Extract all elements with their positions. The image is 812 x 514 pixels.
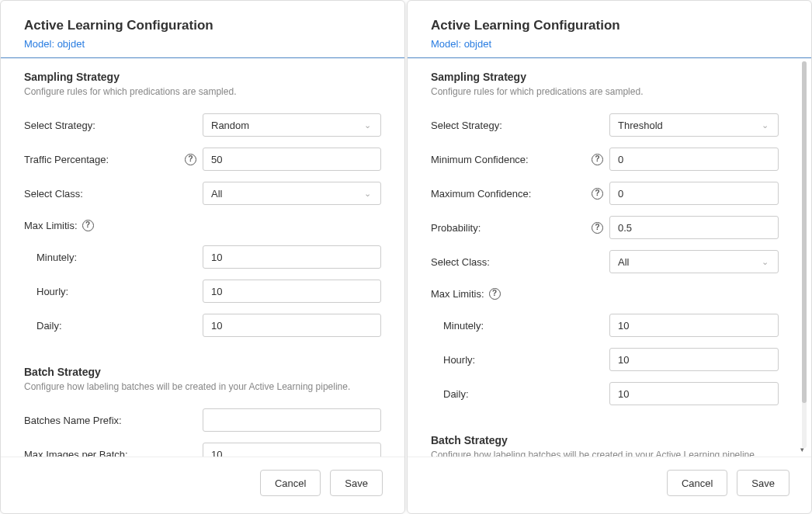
select-strategy-value: Threshold: [618, 120, 663, 131]
prefix-input[interactable]: [203, 408, 381, 432]
chevron-down-icon: ⌄: [364, 189, 371, 199]
chevron-down-icon: ⌄: [762, 120, 769, 130]
traffic-input[interactable]: [203, 148, 381, 171]
save-button[interactable]: Save: [737, 470, 789, 496]
daily-label: Daily:: [443, 388, 469, 400]
minutely-label: Minutely:: [36, 252, 77, 263]
config-panel-threshold: Active Learning Configuration Model: obj…: [407, 0, 812, 514]
select-class-dropdown[interactable]: All ⌄: [609, 250, 779, 273]
max-limits-label: Max Limitis:: [431, 288, 484, 300]
prefix-label: Batches Name Prefix:: [24, 415, 122, 426]
daily-label: Daily:: [36, 320, 62, 332]
batch-sub: Configure how labeling batches will be c…: [431, 450, 779, 457]
panel-footer: Cancel Save: [408, 457, 811, 513]
page-title: Active Learning Configuration: [24, 18, 381, 33]
hourly-label: Hourly:: [36, 286, 68, 297]
hourly-label: Hourly:: [443, 354, 475, 366]
help-icon[interactable]: ?: [592, 154, 603, 165]
select-strategy-dropdown[interactable]: Random ⌄: [203, 113, 381, 137]
scrollbar[interactable]: [802, 61, 807, 448]
panel-footer: Cancel Save: [1, 457, 404, 513]
help-icon[interactable]: ?: [489, 288, 501, 300]
daily-input[interactable]: [609, 382, 779, 405]
select-strategy-dropdown[interactable]: Threshold ⌄: [609, 113, 779, 137]
sampling-sub: Configure rules for which predications a…: [24, 86, 381, 97]
panel-header: Active Learning Configuration Model: obj…: [408, 1, 811, 58]
daily-input[interactable]: [203, 314, 381, 337]
select-class-value: All: [211, 188, 222, 200]
model-link[interactable]: Model: objdet: [431, 38, 788, 50]
max-limits-label: Max Limitis:: [24, 220, 78, 231]
scrollbar-thumb[interactable]: [802, 61, 807, 403]
probability-label: Probability:: [431, 222, 481, 234]
scroll-down-icon[interactable]: ▾: [800, 446, 808, 453]
batch-heading: Batch Strategy: [431, 434, 779, 446]
sampling-heading: Sampling Strategy: [431, 71, 779, 83]
help-icon[interactable]: ?: [592, 188, 603, 200]
batch-heading: Batch Strategy: [24, 366, 381, 378]
probability-input[interactable]: [609, 216, 779, 239]
chevron-down-icon: ⌄: [762, 257, 769, 267]
panel-header: Active Learning Configuration Model: obj…: [1, 1, 404, 58]
help-icon[interactable]: ?: [185, 154, 196, 165]
select-class-dropdown[interactable]: All ⌄: [203, 182, 381, 205]
traffic-label: Traffic Percentage:: [24, 154, 109, 165]
select-strategy-label: Select Strategy:: [24, 120, 95, 131]
help-icon[interactable]: ?: [592, 222, 603, 234]
max-images-label: Max Images per Batch:: [24, 449, 128, 457]
help-icon[interactable]: ?: [82, 220, 94, 231]
save-button[interactable]: Save: [330, 470, 383, 496]
min-conf-label: Minimum Confidence:: [431, 154, 529, 165]
max-conf-label: Maximum Confidence:: [431, 188, 531, 200]
minutely-input[interactable]: [203, 245, 381, 269]
select-class-label: Select Class:: [431, 256, 490, 268]
select-class-value: All: [618, 256, 629, 268]
select-strategy-value: Random: [211, 120, 249, 131]
minutely-label: Minutely:: [443, 320, 484, 332]
cancel-button[interactable]: Cancel: [667, 470, 727, 496]
page-title: Active Learning Configuration: [431, 18, 788, 33]
hourly-input[interactable]: [203, 280, 381, 303]
min-conf-input[interactable]: [609, 148, 779, 171]
config-panel-random: Active Learning Configuration Model: obj…: [0, 0, 405, 514]
chevron-down-icon: ⌄: [364, 120, 371, 130]
panel-body: Sampling Strategy Configure rules for wh…: [408, 58, 811, 457]
batch-sub: Configure how labeling batches will be c…: [24, 381, 381, 392]
panel-body: Sampling Strategy Configure rules for wh…: [1, 58, 404, 457]
max-images-input[interactable]: [203, 443, 381, 457]
cancel-button[interactable]: Cancel: [260, 470, 321, 496]
model-link[interactable]: Model: objdet: [24, 38, 381, 50]
hourly-input[interactable]: [609, 348, 779, 371]
select-class-label: Select Class:: [24, 188, 83, 200]
max-conf-input[interactable]: [609, 182, 779, 205]
sampling-heading: Sampling Strategy: [24, 71, 381, 83]
select-strategy-label: Select Strategy:: [431, 120, 502, 131]
minutely-input[interactable]: [609, 314, 779, 337]
sampling-sub: Configure rules for which predications a…: [431, 86, 779, 97]
